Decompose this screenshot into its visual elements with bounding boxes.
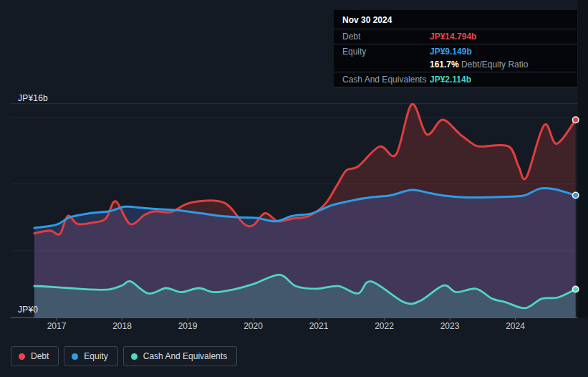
legend-item-label: Equity [84,351,107,361]
legend-item-equity[interactable]: Equity [64,346,117,366]
x-tick-label-2022: 2022 [375,321,394,331]
y-axis-max-label: JP¥16b [18,93,48,103]
tooltip-debt-row: Debt JP¥14.794b [334,29,577,44]
debt-equity-history-page: JP¥16b JP¥0 2017201820192020202120222023… [0,0,588,377]
tooltip-equity-row: Equity JP¥9.149b [334,44,577,57]
tooltip-cash-row: Cash And Equivalents JP¥2.114b [334,72,577,87]
legend-item-cash[interactable]: Cash And Equivalents [123,346,237,366]
x-tick-label-2020: 2020 [244,321,263,331]
y-axis-zero-label: JP¥0 [18,305,38,315]
chart-tooltip: Nov 30 2024 Debt JP¥14.794b Equity JP¥9.… [334,10,577,87]
x-tick-label-2018: 2018 [112,321,132,331]
tooltip-ratio-value: 161.7% [430,59,459,70]
x-tick-label-2024: 2024 [506,321,525,331]
tooltip-debt-value: JP¥14.794b [430,32,476,42]
tooltip-equity-label: Equity [342,47,430,57]
debt-end-marker [572,117,578,123]
x-tick-label-2023: 2023 [440,321,460,331]
x-tick-label-2019: 2019 [178,321,198,331]
tooltip-cash-value: JP¥2.114b [430,75,471,85]
legend-item-label: Debt [31,351,49,361]
x-tick-label-2021: 2021 [309,321,329,331]
tooltip-ratio-label: Debt/Equity Ratio [461,59,528,70]
tooltip-cash-label: Cash And Equivalents [342,75,430,85]
legend: DebtEquityCash And Equivalents [11,346,237,366]
plot-right-margin [578,0,588,318]
equity-end-marker [572,192,578,198]
legend-item-label: Cash And Equivalents [143,351,227,361]
legend-item-debt[interactable]: Debt [11,346,59,366]
tooltip-date: Nov 30 2024 [334,10,577,29]
cash-color-dot [131,353,138,360]
tooltip-ratio-row: 161.7% Debt/Equity Ratio [334,57,577,72]
tooltip-debt-label: Debt [342,32,430,42]
tooltip-equity-value: JP¥9.149b [430,47,472,57]
x-tick-label-2017: 2017 [47,321,67,331]
cash-and-equivalents-end-marker [572,286,578,292]
debt-color-dot [19,353,25,360]
equity-color-dot [72,353,78,360]
